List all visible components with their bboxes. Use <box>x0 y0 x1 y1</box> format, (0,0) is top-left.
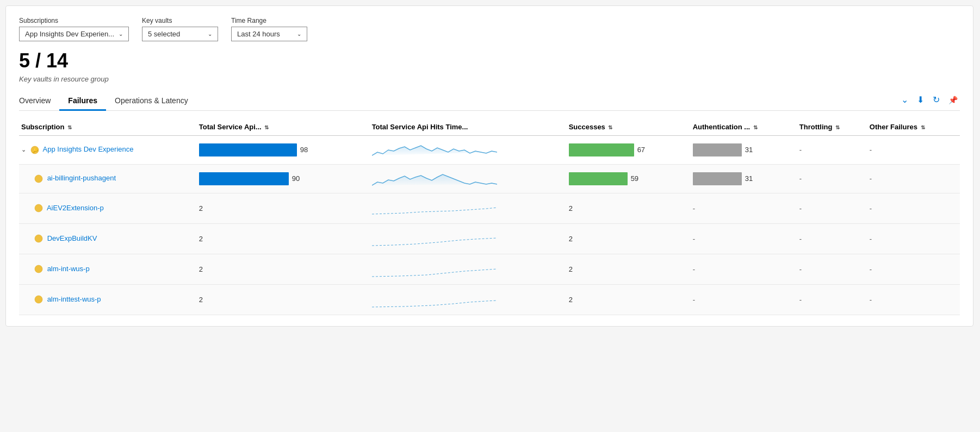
total-api-cell: 2 <box>197 284 370 315</box>
auth-cell: - <box>691 193 797 223</box>
main-container: Subscriptions App Insights Dev Experien.… <box>5 5 973 327</box>
auth-bar-container: 31 <box>693 143 793 156</box>
throttling-cell: - <box>797 284 867 315</box>
auth-bar-container: 31 <box>693 172 793 185</box>
successes-value: 67 <box>637 146 645 154</box>
table-row: ai-billingint-pushagent 90 <box>19 164 960 193</box>
successes-bar-container: 59 <box>569 172 686 185</box>
pin-button[interactable]: 📌 <box>946 95 960 105</box>
total-api-bar-container: 98 <box>199 143 365 156</box>
subscription-link[interactable]: AiEV2Extension-p <box>47 204 104 212</box>
sparkline-cell-1 <box>370 135 567 164</box>
sort-subscription-icon[interactable]: ⇅ <box>67 124 72 130</box>
table-row: AiEV2Extension-p 2 2 - - - <box>19 193 960 223</box>
successes-cell: 67 <box>567 135 691 164</box>
auth-cell: 31 <box>691 135 797 164</box>
sort-successes-icon[interactable]: ⇅ <box>608 124 612 130</box>
subscription-cell: alm-int-wus-p <box>19 254 197 284</box>
tab-overview[interactable]: Overview <box>19 92 59 111</box>
subscription-cell: ai-billingint-pushagent <box>19 164 197 193</box>
svg-point-4 <box>35 235 42 242</box>
other-failures-cell: - <box>867 193 960 223</box>
keyvaults-value: 5 selected <box>148 30 180 38</box>
keyvault-icon: 🔑 <box>30 146 39 154</box>
other-failures-cell: - <box>867 284 960 315</box>
timerange-label: Time Range <box>231 17 307 24</box>
total-api-bar-container: 90 <box>199 172 365 185</box>
tab-actions: ⌄ ⬇ ↻ 📌 <box>899 93 960 108</box>
col-throttling: Throttling ⇅ <box>797 120 867 136</box>
summary-description: Key vaults in resource group <box>19 75 960 83</box>
tab-operations-latency[interactable]: Operations & Latency <box>106 92 197 111</box>
successes-cell: 2 <box>567 284 691 315</box>
throttling-cell: - <box>797 223 867 254</box>
keyvault-icon <box>34 265 43 273</box>
other-failures-cell: - <box>867 223 960 254</box>
table-row: ⌄ 🔑 App Insights Dev Experience 98 <box>19 135 960 164</box>
total-api-bar <box>199 143 297 156</box>
other-failures-cell: - <box>867 135 960 164</box>
throttling-cell: - <box>797 135 867 164</box>
refresh-button[interactable]: ↻ <box>931 93 942 106</box>
expand-icon[interactable]: ⌄ <box>21 146 26 153</box>
auth-cell: - <box>691 254 797 284</box>
timerange-chevron-icon: ⌄ <box>297 31 301 37</box>
successes-cell: 2 <box>567 254 691 284</box>
keyvaults-filter: Key vaults 5 selected ⌄ <box>142 17 218 41</box>
total-api-bar <box>199 172 289 185</box>
svg-point-6 <box>35 296 42 303</box>
subscription-link[interactable]: ai-billingint-pushagent <box>47 174 116 182</box>
sparkline-cell-4 <box>370 223 567 254</box>
auth-bar <box>693 143 742 156</box>
timerange-dropdown[interactable]: Last 24 hours ⌄ <box>231 27 307 41</box>
sort-other-failures-icon[interactable]: ⇅ <box>921 124 925 130</box>
sort-throttling-icon[interactable]: ⇅ <box>835 124 840 130</box>
throttling-cell: - <box>797 164 867 193</box>
subscription-cell: ⌄ 🔑 App Insights Dev Experience <box>19 135 197 164</box>
other-failures-value: - <box>870 146 872 154</box>
keyvaults-chevron-icon: ⌄ <box>208 31 212 37</box>
tab-failures[interactable]: Failures <box>59 92 106 111</box>
table-row: alm-int-wus-p 2 2 - - - <box>19 254 960 284</box>
summary-count: 5 / 14 <box>19 50 960 72</box>
keyvaults-dropdown[interactable]: 5 selected ⌄ <box>142 27 218 41</box>
successes-bar-container: 67 <box>569 143 686 156</box>
subscriptions-chevron-icon: ⌄ <box>119 31 123 37</box>
throttling-value: - <box>799 146 802 154</box>
subscription-link[interactable]: DevExpBuildKV <box>47 234 97 242</box>
col-subscription: Subscription ⇅ <box>19 120 197 136</box>
col-total-api-time: Total Service Api Hits Time... <box>370 120 567 136</box>
auth-cell: - <box>691 284 797 315</box>
sort-total-api-icon[interactable]: ⇅ <box>264 124 269 130</box>
collapse-button[interactable]: ⌄ <box>899 93 910 106</box>
subscription-link[interactable]: alm-int-wus-p <box>47 265 90 273</box>
tabs-row: Overview Failures Operations & Latency ⌄… <box>19 92 960 111</box>
total-api-value: 98 <box>300 146 308 154</box>
subscriptions-dropdown[interactable]: App Insights Dev Experien... ⌄ <box>19 27 129 41</box>
subscription-cell: alm-inttest-wus-p <box>19 284 197 315</box>
sort-auth-icon[interactable]: ⇅ <box>753 124 758 130</box>
successes-value: 59 <box>631 174 638 183</box>
keyvault-icon <box>34 204 43 212</box>
timerange-value: Last 24 hours <box>237 30 280 38</box>
subscriptions-value: App Insights Dev Experien... <box>25 30 114 38</box>
sparkline-1 <box>372 140 497 160</box>
summary-section: 5 / 14 Key vaults in resource group <box>19 50 960 83</box>
throttling-cell: - <box>797 193 867 223</box>
download-button[interactable]: ⬇ <box>915 93 926 106</box>
svg-point-3 <box>35 204 42 212</box>
successes-cell: 59 <box>567 164 691 193</box>
table-row: DevExpBuildKV 2 2 - - - <box>19 223 960 254</box>
sparkline-cell-3 <box>370 193 567 223</box>
keyvault-icon <box>34 174 43 183</box>
col-total-api: Total Service Api... ⇅ <box>197 120 370 136</box>
successes-bar <box>569 143 634 156</box>
auth-bar <box>693 172 742 185</box>
col-auth: Authentication ... ⇅ <box>691 120 797 136</box>
subscription-link[interactable]: alm-inttest-wus-p <box>47 295 101 303</box>
successes-cell: 2 <box>567 223 691 254</box>
subscription-link[interactable]: App Insights Dev Experience <box>43 145 134 153</box>
total-api-cell: 98 <box>197 135 370 164</box>
auth-value: 31 <box>745 146 753 154</box>
total-api-value: 90 <box>292 174 300 183</box>
